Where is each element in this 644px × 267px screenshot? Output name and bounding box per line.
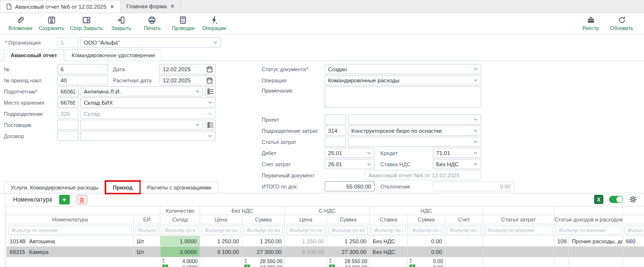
totals-toggle[interactable] — [609, 196, 623, 203]
cell-sum-with-vat[interactable]: 1 250.00 — [327, 236, 370, 247]
cost-account-select[interactable]: 26.01 — [325, 159, 375, 169]
cell-sum-no-vat[interactable]: 1 250.00 — [242, 236, 285, 247]
department-select[interactable]: Склад — [80, 109, 216, 119]
col-price-with-vat[interactable]: Цена — [285, 215, 327, 224]
filter-unit-input[interactable] — [135, 226, 158, 235]
cell-vat-rate[interactable]: Без НДС — [370, 247, 408, 257]
accountable-tree-button[interactable] — [205, 86, 216, 96]
attachments-button[interactable]: Вложения — [5, 15, 36, 31]
cost-item-code-input[interactable] — [325, 137, 346, 147]
date-field[interactable] — [159, 64, 216, 74]
col-sum-no-vat[interactable]: Сумма — [242, 215, 285, 224]
cell-vat-rate[interactable]: Без НДС — [370, 236, 408, 247]
cell-income-name[interactable]: Прочие расходы, дохо... — [569, 236, 623, 247]
filter-extra-input[interactable] — [625, 226, 644, 235]
calendar-icon[interactable] — [206, 66, 213, 73]
supplier-code-input[interactable] — [57, 120, 79, 130]
col-vat-sum[interactable]: Сумма — [408, 215, 445, 224]
calc-date-field[interactable] — [159, 75, 216, 85]
cell-vat-sum[interactable]: 0.00 — [408, 247, 445, 257]
supplier-select[interactable] — [80, 120, 203, 130]
close-icon[interactable]: × — [110, 3, 114, 10]
cell-name[interactable]: Камера — [26, 247, 134, 257]
number-input[interactable] — [57, 64, 108, 74]
date-input[interactable] — [163, 66, 198, 72]
cell-sum-with-vat[interactable]: 27 300.00 — [327, 247, 370, 257]
col-price-no-vat[interactable]: Цена — [200, 215, 242, 224]
primary-doc-input[interactable] — [365, 170, 481, 180]
accountable-select[interactable]: Антипина Л.И. — [80, 86, 203, 96]
cell-income-code[interactable]: 109... — [554, 236, 569, 247]
organization-select[interactable]: ООО "Альфа" — [80, 37, 221, 47]
cell-sum-no-vat[interactable]: 27 300.00 — [242, 247, 285, 257]
project-code-input[interactable] — [325, 114, 346, 125]
col-warehouse[interactable]: Склад — [160, 215, 200, 224]
close-button[interactable]: Закрыть — [106, 15, 137, 31]
tab-services-travel-expenses[interactable]: Услуги, Командировочные расходы — [4, 182, 105, 193]
table-row[interactable]: 101488 Автошина Шт 1.0000 1 250.00 1 250… — [7, 236, 644, 247]
organization-code-input[interactable] — [57, 37, 79, 47]
cost-department-code-input[interactable] — [325, 126, 346, 136]
window-tab-main-form[interactable]: Главная форма × — [121, 0, 181, 13]
filter-warehouse-input[interactable] — [162, 226, 198, 235]
tab-advance-report[interactable]: Авансовый отчет — [4, 49, 64, 61]
cell-qty[interactable]: 3.0000 — [160, 247, 200, 257]
operations-button[interactable]: Операции — [199, 15, 230, 31]
accountable-code-input[interactable] — [57, 86, 79, 96]
filter-nomenclature-input[interactable] — [8, 226, 132, 235]
storage-code-input[interactable] — [57, 97, 79, 108]
receipt-number-input[interactable] — [57, 75, 108, 85]
supplier-tree-button[interactable] — [205, 120, 216, 130]
cell-unit[interactable]: Шт — [134, 247, 160, 257]
note-textarea[interactable] — [325, 86, 481, 108]
department-code-input[interactable] — [57, 109, 79, 119]
filter-price-with-vat-input[interactable] — [286, 226, 325, 235]
export-excel-button[interactable]: X — [594, 195, 603, 204]
cell-extra[interactable]: 660 — [623, 236, 644, 247]
cell-extra[interactable] — [623, 247, 644, 257]
calendar-icon[interactable] — [206, 77, 213, 84]
contract-select[interactable] — [80, 131, 216, 141]
deviation-input[interactable] — [433, 181, 514, 191]
tab-settlements[interactable]: Расчеты с организациями — [141, 182, 218, 193]
tab-income[interactable]: Приход — [106, 182, 140, 193]
calc-date-input[interactable] — [163, 78, 198, 83]
cell-code[interactable]: 68315 — [7, 247, 26, 257]
filter-cost-item-input[interactable] — [485, 226, 552, 235]
table-row-selected[interactable]: 68315 Камера Шт 3.0000 9 100.00 27 300.0… — [7, 247, 644, 257]
cell-price-with-vat[interactable]: 9 100.00 — [285, 247, 327, 257]
col-sum-with-vat[interactable]: Сумма — [327, 215, 370, 224]
storage-select[interactable]: Склад БИХ — [80, 97, 216, 108]
cell-price-no-vat[interactable]: 9 100.00 — [200, 247, 242, 257]
cell-account[interactable] — [445, 247, 483, 257]
operation-select[interactable]: Командировочные расходы — [325, 75, 481, 85]
cell-account[interactable] — [445, 236, 483, 247]
registry-button[interactable]: Реестр — [575, 15, 606, 31]
col-cost-item[interactable]: Статья затрат — [483, 215, 554, 224]
close-icon[interactable]: × — [170, 3, 174, 10]
cell-unit[interactable]: Шт — [134, 236, 160, 247]
doc-total-input[interactable] — [325, 181, 375, 191]
postings-button[interactable]: Проводки — [168, 15, 199, 31]
refresh-button[interactable]: Обновить — [606, 15, 637, 31]
save-close-button[interactable]: Сохр.Закрыть — [67, 15, 106, 31]
filter-income-items-input[interactable] — [556, 226, 621, 235]
cell-income-code[interactable] — [554, 247, 569, 257]
project-select[interactable] — [348, 114, 481, 125]
col-unit[interactable]: ЕИ — [134, 215, 160, 224]
save-button[interactable]: Сохранить — [36, 15, 67, 31]
cell-code[interactable]: 101488 — [7, 236, 26, 247]
filter-vat-sum-input[interactable] — [409, 226, 443, 235]
filter-sum-no-vat-input[interactable] — [244, 226, 283, 235]
filter-price-no-vat-input[interactable] — [202, 226, 240, 235]
cost-department-select[interactable]: Конструкторское бюро по оснастке — [348, 126, 481, 136]
window-tab-advance-report[interactable]: Авансовый отчет №6 от 12.02.2025 × — [0, 0, 121, 13]
add-row-button[interactable]: + — [59, 195, 70, 204]
vat-rate-select[interactable]: Без НДС — [433, 159, 481, 169]
cell-price-with-vat[interactable]: 1 250.00 — [285, 236, 327, 247]
col-nomenclature[interactable]: Номенклатура — [7, 215, 134, 224]
filter-account-input[interactable] — [447, 226, 481, 235]
contract-code-input[interactable] — [57, 131, 79, 141]
filter-vat-rate-input[interactable] — [371, 226, 406, 235]
cell-income-name[interactable] — [569, 247, 623, 257]
